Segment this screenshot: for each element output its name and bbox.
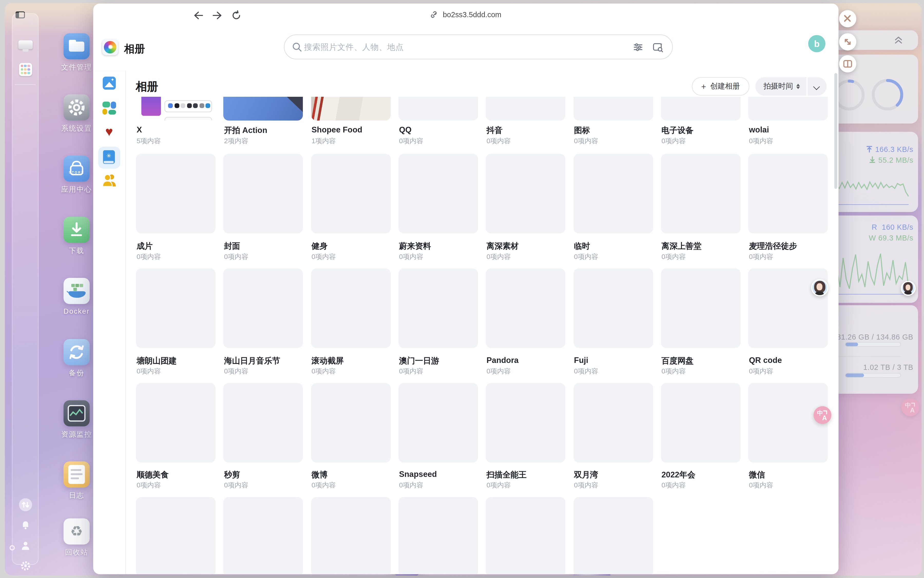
dock-item-app-center[interactable]: STORE 应用中心 (57, 156, 97, 195)
sort-control[interactable]: 拍摄时间 (755, 77, 827, 96)
dock-item-recycle-bin[interactable]: ♻ 回收站 (57, 518, 97, 558)
album-thumbnail (749, 383, 828, 462)
create-album-button[interactable]: + 创建相册 (692, 77, 749, 96)
album-count: 0项内容 (224, 252, 248, 261)
sidebar-item-people[interactable] (101, 173, 117, 187)
album-count: 0项内容 (749, 367, 773, 376)
double-chevron-up-icon[interactable] (894, 35, 903, 45)
album-count: 0项内容 (749, 481, 773, 490)
dock-item-system-settings[interactable]: 系统设置 (57, 94, 97, 134)
sidebar-item-albums[interactable]: ✳ (98, 146, 120, 169)
user-icon[interactable] (19, 540, 31, 552)
album-thumbnail (224, 268, 303, 348)
album-name: 蔚来资料 (399, 241, 431, 252)
album-name: 顺德美食 (136, 470, 169, 481)
search-icon (292, 42, 302, 52)
dock-item-backup[interactable]: 备份 (57, 339, 97, 378)
chevron-down-icon[interactable] (807, 77, 826, 96)
album-thumbnail (573, 497, 653, 575)
albums-content: 相册 + 创建相册 拍摄时间 X5项内容开拍 Action2项内容Shopee … (125, 71, 838, 574)
album-name: 健身 (312, 241, 328, 252)
album-thumbnail (398, 97, 478, 121)
dock-label: Docker (57, 307, 97, 315)
album-count: 0项内容 (312, 481, 336, 490)
split-view-button[interactable] (839, 55, 856, 72)
search-input[interactable]: 搜索照片文件、人物、地点 (284, 34, 673, 59)
album-name: wolai (749, 125, 769, 134)
album-thumbnail (573, 97, 653, 121)
create-album-label: 创建相册 (710, 81, 740, 91)
album-name: 离深素材 (486, 241, 518, 252)
network-download-row: 55.2 MB/s (869, 156, 913, 164)
album-count: 5项内容 (136, 136, 161, 146)
storage-divider (838, 356, 901, 357)
album-thumbnail (486, 154, 565, 233)
album-name: 离深上善堂 (661, 241, 702, 252)
dock-label: 系统设置 (57, 123, 97, 133)
translate-button[interactable]: 中 A (814, 406, 831, 424)
album-count: 0项内容 (486, 136, 511, 146)
album-count: 0项内容 (486, 481, 511, 490)
album-name: 海山日月音乐节 (224, 356, 280, 367)
album-count: 0项内容 (661, 136, 686, 146)
gear-icon (64, 94, 90, 121)
sort-by-button[interactable]: 拍摄时间 (755, 77, 806, 96)
dock-label: 文件管理 (57, 62, 97, 72)
network-download-value: 55.2 MB/s (878, 156, 913, 164)
bell-icon[interactable] (19, 520, 31, 531)
transfer-icon[interactable] (19, 498, 32, 511)
store-icon: STORE (64, 156, 90, 182)
gear-small-icon[interactable] (19, 560, 31, 572)
sidebar-item-photos[interactable]: ✦ (103, 76, 116, 89)
album-count: 0项内容 (399, 481, 424, 490)
album-count: 0项内容 (574, 367, 598, 376)
image-search-icon[interactable] (653, 42, 664, 52)
dock-item-download[interactable]: 下载 (57, 217, 97, 256)
network-upload-row: 166.3 KB/s (866, 146, 913, 154)
album-thumbnail (486, 497, 565, 575)
album-name: 微信 (749, 470, 765, 481)
strip-divider (15, 84, 36, 85)
scrollbar-thumb[interactable] (835, 73, 837, 189)
sidebar-item-categories[interactable] (102, 102, 116, 115)
dock-item-file-manager[interactable]: 文件管理 (57, 33, 97, 73)
translate-button-edge[interactable]: 中 A (901, 398, 919, 416)
url-bar[interactable]: bo2ss3.5ddd.com (93, 10, 838, 18)
dock-item-logs[interactable]: 日志 (57, 461, 97, 501)
disk-read-value: 160 KB/s (882, 223, 913, 232)
dock-item-docker[interactable]: Docker (57, 278, 97, 315)
assistant-avatar-edge[interactable] (901, 281, 916, 295)
plus-icon: + (701, 82, 706, 91)
album-book-icon: ✳ (103, 150, 115, 164)
network-baseline (834, 204, 909, 205)
resize-window-button[interactable] (839, 33, 856, 50)
storage1-text: 31.26 GB / 134.86 GB (837, 333, 913, 341)
close-window-button[interactable] (839, 10, 856, 27)
app-grid-icon[interactable] (19, 63, 32, 76)
album-name: Fuji (574, 356, 588, 365)
album-thumbnail (749, 97, 828, 121)
dock-item-resource-monitor[interactable]: 资源监控 (57, 400, 97, 439)
album-name: 麦理浩径徒步 (749, 241, 797, 252)
disk-write-row: W 69.3 MB/s (869, 234, 913, 242)
disk-read-label: R (872, 223, 877, 232)
album-thumbnail (661, 154, 740, 233)
album-name: 滚动截屏 (312, 356, 344, 367)
assistant-avatar[interactable] (811, 279, 828, 296)
album-count: 0项内容 (399, 252, 424, 261)
filter-sliders-icon[interactable] (633, 42, 643, 52)
album-thumbnail (573, 383, 653, 462)
user-avatar[interactable]: b (808, 35, 825, 52)
display-icon[interactable] (18, 40, 32, 49)
svg-text:A: A (910, 406, 914, 414)
dock-label: 资源监控 (57, 429, 97, 439)
disk-write-value: 69.3 MB/s (878, 234, 913, 242)
album-thumbnail (311, 497, 390, 575)
url-text: bo2ss3.5ddd.com (443, 10, 501, 18)
album-name: Snapseed (399, 470, 437, 479)
album-count: 0项内容 (136, 252, 161, 261)
memory-gauge (869, 76, 906, 112)
docker-whale-icon (64, 278, 90, 304)
album-count: 0项内容 (749, 136, 773, 146)
sidebar-item-favorites[interactable]: ♥ (105, 125, 113, 138)
